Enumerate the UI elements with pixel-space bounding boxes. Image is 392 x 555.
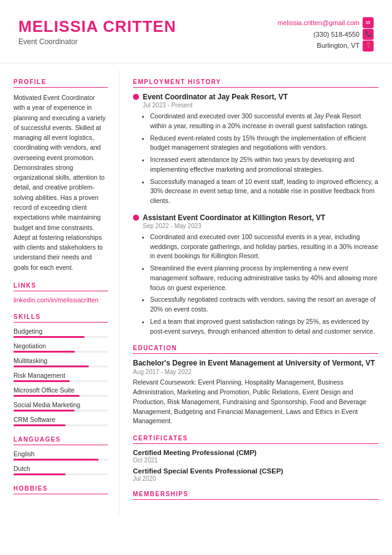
job-bullets-list: Coordinated and executed over 100 succes… — [143, 232, 379, 337]
job-block: Event Coordinator at Jay Peak Resort, VT… — [133, 93, 379, 206]
skill-item: CRM Software — [13, 416, 108, 426]
links-section-title: LINKS — [13, 282, 108, 291]
skills-list: Budgeting Negotiation Multitasking Risk … — [13, 327, 108, 426]
job-bullet: Coordinated and executed over 100 succes… — [150, 232, 379, 261]
edu-description: Relevant Coursework: Event Planning, Hos… — [133, 378, 379, 426]
skill-bar-fill — [13, 395, 80, 397]
education-item: Bachelor's Degree in Event Management at… — [133, 359, 379, 426]
email-link[interactable]: melissia.critten@gmail.com — [277, 17, 360, 29]
language-name: Dutch — [13, 465, 108, 472]
job-block: Assistant Event Coordinator at Killingto… — [133, 213, 379, 337]
edu-date: Aug 2017 - May 2022 — [133, 369, 379, 375]
right-column: EMPLOYMENT HISTORY Event Coordinator at … — [119, 70, 392, 517]
job-dot-icon — [133, 94, 139, 100]
edu-title: Bachelor's Degree in Event Management at… — [133, 359, 379, 367]
linkedin-link[interactable]: linkedin.com/in/melissiacritten — [13, 296, 99, 304]
skill-bar-fill — [13, 380, 70, 382]
education-list: Bachelor's Degree in Event Management at… — [133, 359, 379, 426]
skill-item: Microsoft Office Suite — [13, 386, 108, 397]
candidate-title: Event Coordinator — [18, 37, 176, 46]
job-bullet: Successfully negotiated contracts with v… — [150, 295, 379, 315]
email-icon: ✉ — [363, 17, 374, 28]
main-body: PROFILE Motivated Event Coordinator with… — [0, 70, 392, 517]
certificate-date: Jul 2020 — [133, 475, 379, 482]
skill-bar-fill — [13, 424, 66, 426]
skill-bar-background — [13, 424, 108, 426]
job-bullet: Streamlined the event planning process b… — [150, 264, 379, 293]
skill-bar-background — [13, 336, 108, 338]
skill-item: Social Media Marketing — [13, 401, 108, 411]
job-title: Event Coordinator at Jay Peak Resort, VT — [133, 93, 379, 101]
job-title-text: Assistant Event Coordinator at Killingto… — [143, 213, 325, 222]
linkedin-link-item: linkedin.com/in/melissiacritten — [13, 296, 108, 304]
location-text: Burlington, VT — [317, 40, 360, 52]
jobs-list: Event Coordinator at Jay Peak Resort, VT… — [133, 93, 379, 336]
candidate-name: MELISSIA CRITTEN — [18, 17, 176, 36]
employment-section-title: EMPLOYMENT HISTORY — [133, 78, 379, 88]
skill-name: Social Media Marketing — [13, 401, 108, 408]
skill-bar-background — [13, 366, 108, 367]
job-bullet: Reduced event-related costs by 15% throu… — [150, 134, 379, 153]
certificate-item: Certified Meeting Professional (CMP) Oct… — [133, 449, 379, 464]
job-bullet: Led a team that improved guest satisfact… — [150, 317, 379, 337]
skill-item: Negotiation — [13, 342, 108, 353]
skills-section-title: SKILLS — [13, 313, 108, 323]
language-bar-background — [13, 473, 108, 475]
job-title: Assistant Event Coordinator at Killingto… — [133, 213, 379, 222]
skill-name: Budgeting — [13, 327, 108, 335]
skill-bar-fill — [13, 410, 75, 411]
skill-name: Multitasking — [13, 357, 108, 364]
certificate-date: Oct 2021 — [133, 457, 379, 464]
header-right: melissia.critten@gmail.com ✉ (330) 518-4… — [277, 17, 374, 52]
language-bar-fill — [13, 459, 99, 461]
language-name: English — [13, 450, 108, 457]
profile-text: Motivated Event Coordinator with a year … — [13, 93, 108, 272]
skill-name: Microsoft Office Suite — [13, 386, 108, 394]
job-date: Sep 2022 - May 2023 — [143, 223, 379, 229]
phone-text: (330) 518-4550 — [314, 29, 360, 40]
certificates-section-title: CERTIFICATES — [133, 435, 379, 444]
skill-name: Negotiation — [13, 342, 108, 350]
skill-bar-background — [13, 351, 108, 353]
skill-bar-background — [13, 395, 108, 397]
certificates-list: Certified Meeting Professional (CMP) Oct… — [133, 449, 379, 482]
resume: MELISSIA CRITTEN Event Coordinator melis… — [0, 0, 392, 517]
skill-bar-background — [13, 410, 108, 411]
job-bullet: Successfully managed a team of 10 event … — [150, 177, 379, 206]
skill-name: CRM Software — [13, 416, 108, 423]
skill-item: Risk Management — [13, 372, 108, 382]
job-bullets-list: Coordinated and executed over 300 succes… — [143, 112, 379, 206]
skill-item: Budgeting — [13, 327, 108, 338]
phone-row: (330) 518-4550 📞 — [277, 29, 374, 40]
job-date: Jul 2023 - Present — [143, 102, 379, 109]
skill-item: Multitasking — [13, 357, 108, 367]
profile-section-title: PROFILE — [13, 78, 108, 88]
skill-bar-fill — [13, 351, 75, 353]
location-row: Burlington, VT 📍 — [277, 40, 374, 52]
location-icon: 📍 — [363, 40, 374, 52]
left-column: PROFILE Motivated Event Coordinator with… — [0, 70, 119, 517]
education-section-title: EDUCATION — [133, 345, 379, 354]
skill-name: Risk Management — [13, 372, 108, 379]
job-bullet: Coordinated and executed over 300 succes… — [150, 112, 379, 131]
memberships-section-title: MEMBERSHIPS — [133, 491, 379, 500]
skill-bar-fill — [13, 336, 85, 338]
skill-bar-background — [13, 380, 108, 382]
skill-bar-fill — [13, 366, 89, 367]
language-bar-background — [13, 459, 108, 461]
header-left: MELISSIA CRITTEN Event Coordinator — [18, 17, 176, 46]
phone-icon: 📞 — [363, 29, 374, 40]
job-bullet: Increased event attendance by 25% within… — [150, 155, 379, 175]
certificate-title: Certified Special Events Professional (C… — [133, 467, 379, 475]
languages-list: English Dutch — [13, 450, 108, 475]
certificate-item: Certified Special Events Professional (C… — [133, 467, 379, 482]
language-bar-fill — [13, 473, 66, 475]
job-title-text: Event Coordinator at Jay Peak Resort, VT — [143, 93, 288, 101]
hobbies-section-title: HOBBIES — [13, 485, 108, 494]
language-item: English — [13, 450, 108, 461]
languages-section-title: LANGUAGES — [13, 436, 108, 445]
job-dot-icon — [133, 215, 139, 221]
language-item: Dutch — [13, 465, 108, 475]
header: MELISSIA CRITTEN Event Coordinator melis… — [0, 0, 392, 64]
email-row: melissia.critten@gmail.com ✉ — [277, 17, 374, 29]
